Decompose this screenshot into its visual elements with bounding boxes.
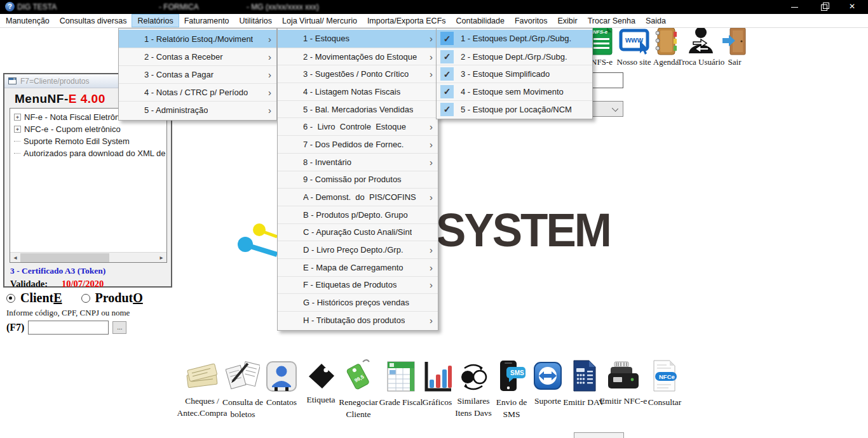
menu-item[interactable]: 4 - Notas / CTRC p/ Período [119,83,276,101]
form-window-icon [8,77,17,84]
menu-item[interactable]: G - Históricos preços vendas [278,293,438,311]
browse-button[interactable]: ... [112,321,126,334]
menu-item-label: 8 - Inventário [303,157,351,167]
radio-produto[interactable] [81,294,90,303]
menu-bar: Manutenção Consultas diversas Relatórios… [0,14,868,28]
submenu-arrow-icon [426,52,433,62]
menu-item[interactable]: 2 - Estoque Dept./Grp./Subg. [437,48,592,65]
tree-expand-icon[interactable] [14,114,21,121]
menu-item-label: B - Produtos p/Depto. Grupo [303,210,408,220]
menu-item[interactable]: 2 - Movimentações do Estoque [278,48,438,65]
menu-item[interactable]: D - Livro Preço Depto./Grp. [278,241,438,258]
tree-item[interactable]: Autorizados para download do XML de NF [13,147,166,159]
shortcut-consultar[interactable]: NFCe Consultar [633,359,696,408]
shortcut-label: boletos [211,408,275,420]
menu-item[interactable]: 1 - Estoques [278,30,438,48]
tree-item[interactable]: Suporte Remoto Edil System [13,135,166,147]
menubar-item[interactable]: Contabilidade [451,14,510,27]
tree-item[interactable]: NFC-e - Cupom eletrônico [13,123,166,135]
titlebar-text-redacted: DIG TESTA [17,3,57,11]
menu-item[interactable]: 3 - Contas a Pagar [119,65,276,83]
tree-expand-icon[interactable] [14,126,21,133]
chevron-down-icon [612,105,618,112]
restore-button[interactable] [810,0,839,14]
radio-cliente[interactable] [6,294,15,303]
close-button[interactable] [839,0,868,14]
menu-item-label: 5 - Administração [144,105,208,115]
menu-item[interactable]: 3 - Estoque Simplificado [437,65,592,83]
menubar-item[interactable]: Favoritos [510,14,552,27]
client-product-selector: ClientE ProdutO Informe código, CPF, CNP… [6,291,157,335]
menu-item[interactable]: C - Apuração Custo Anali/Sint [278,223,438,241]
menu-item-label: 3 - Sugestões / Ponto Crítico [303,69,409,79]
menu-item-label: 2 - Contas a Receber [144,52,223,62]
menu-item[interactable]: 7 - Dos Pedidos de Fornec. [278,135,438,153]
checkmark-icon [440,50,454,63]
nfe-tree-box: NF-e - Nota Fiscal Eletrônica NFC-e - Cu… [10,108,167,263]
shortcut-label: Cliente [327,408,390,420]
svg-text:NFCe: NFCe [659,373,675,380]
radio-cliente-label[interactable]: ClientE [20,291,62,305]
menu-item[interactable]: 1 - Relatório Estoq./Moviment [119,30,276,48]
menu-item[interactable]: 1 - Estoques Dept./Grp./Subg. [437,30,592,48]
scrollbar-thumb[interactable] [20,253,109,262]
menu-item[interactable]: A - Demonst. do PIS/COFINS [278,188,438,206]
tree-item-label: Suporte Remoto Edil System [24,136,130,146]
nfce-document-icon: NFCe [651,359,679,392]
tree-expand-icon[interactable] [14,153,20,154]
validity-date: 10/07/2020 [62,279,104,289]
menu-item[interactable]: 8 - Inventário [278,153,438,171]
menu-item[interactable]: B - Produtos p/Depto. Grupo [278,206,438,223]
menu-item[interactable]: 4 - Listagem Notas Fiscais [278,83,438,100]
menu-item[interactable]: 2 - Contas a Receber [119,48,276,65]
window-titlebar: DIG TESTA - FORMICA - MG (xx/xx/xxxx xxx… [0,0,868,14]
certificate-info: 3 - Certificado A3 (Token) [10,266,105,276]
horizontal-scrollbar[interactable] [10,252,166,262]
certificate-validity: Validade:10/07/2020 [10,279,104,289]
menubar-item[interactable]: Manutenção [1,14,55,27]
radio-produto-label[interactable]: ProdutO [95,291,143,305]
menu-item[interactable]: 5 - Estoque por Locação/NCM [437,100,592,118]
menu-item[interactable]: E - Mapa de Carregamento [278,258,438,276]
menu-item[interactable]: 4 - Estoque sem Movimento [437,83,592,100]
menu-item-label: 4 - Notas / CTRC p/ Período [144,88,248,97]
menubar-item[interactable]: Faturamento [179,14,234,27]
submenu-arrow-icon [426,263,433,272]
menu-relatorios-dropdown: 1 - Relatório Estoq./Moviment 2 - Contas… [118,28,277,121]
bottom-right-input[interactable] [574,432,624,438]
checkmark-icon [440,67,454,81]
client-search-input[interactable] [28,321,109,335]
menubar-item[interactable]: Trocar Senha [583,14,641,27]
submenu-estoques: 1 - Estoques Dept./Grp./Subg. 2 - Estoqu… [436,28,593,119]
minimize-button[interactable] [780,0,810,14]
submenu-arrow-icon [264,52,271,62]
menubar-item[interactable]: Consultas diversas [55,14,132,27]
help-icon[interactable] [5,2,15,11]
menu-item-label: G - Históricos preços vendas [303,298,409,307]
edil-system-logo-text: SYSTEM [436,203,610,257]
menu-item[interactable]: 6 - Livro Controle Estoque [278,117,438,135]
menubar-item[interactable]: Exibir [552,14,582,27]
toolbar-sair[interactable]: Sair [722,27,747,67]
toolbar-sair-label: Sair [722,57,747,67]
scroll-left-icon[interactable] [10,253,20,263]
menubar-item[interactable]: Utilitários [234,14,277,27]
menu-item-label: 3 - Contas a Pagar [144,70,214,79]
menubar-item[interactable]: Saida [641,14,671,27]
menu-item[interactable]: H - Tributação dos produtos [278,311,438,329]
submenu-arrow-icon [426,315,433,325]
menu-item[interactable]: 9 - Comissão por Produtos [278,171,438,189]
menu-item[interactable]: F - Etiquetas de Produtos [278,276,438,294]
menu-item[interactable]: 5 - Bal. Mercadorias Vendidas [278,100,438,118]
menu-item[interactable]: 5 - Administração [119,101,276,119]
toolbar-troca-usuario[interactable]: Troca Usuário [677,25,724,67]
menubar-item[interactable]: Importa/Exporta ECFs [362,14,451,27]
menubar-item[interactable]: Relatórios [132,14,179,27]
tree-expand-icon[interactable] [14,141,20,142]
scroll-right-icon[interactable] [156,253,166,263]
menubar-item[interactable]: Loja Virtual/ Mercurio [277,14,362,27]
menu-item[interactable]: 3 - Sugestões / Ponto Crítico [278,65,438,83]
checkmark-icon [440,103,454,116]
exit-door-icon [722,27,747,56]
submenu-arrow-icon [264,34,271,44]
